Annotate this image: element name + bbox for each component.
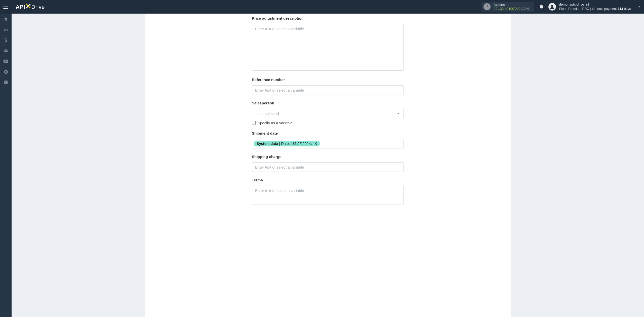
svg-rect-3: [5, 30, 6, 31]
plan-days: 313: [618, 7, 623, 11]
avatar-icon: [548, 3, 556, 11]
plan-name: Premium PRO: [568, 7, 589, 11]
topbar-right: i Actions: 22'132 of 100'000 (22%): [481, 2, 640, 12]
plan-prefix: Plan |: [559, 7, 567, 11]
info-icon: i: [484, 3, 491, 10]
user-text: demo_apix-drive_s3 Plan | Premium PRO | …: [559, 3, 631, 11]
field-salesperson: Salesperson - not selected - Specify as …: [252, 101, 404, 125]
plan-mid: | left until payment: [590, 7, 617, 11]
field-shipment-date: Shipment date System data | Date: «15.07…: [252, 131, 404, 148]
terms-input[interactable]: [252, 186, 404, 205]
variable-separator: |: [279, 142, 280, 146]
shipping-charge-label: Shipping charge: [252, 154, 404, 159]
sidebar-item-account[interactable]: [0, 66, 12, 77]
actions-total: 100'000: [508, 7, 520, 11]
shipment-date-input[interactable]: System data | Date: «15.07.2024» ✕: [252, 139, 404, 148]
brand-part2: Drive: [31, 4, 45, 10]
topbar: API Drive i Actions: 22'132 of 100'000 (…: [0, 0, 644, 14]
brand-logo[interactable]: API Drive: [16, 3, 45, 10]
user-plan: Plan | Premium PRO | left until payment …: [559, 7, 631, 11]
specify-variable-label: Specify as a variable: [258, 121, 292, 125]
remove-tag-button[interactable]: ✕: [314, 142, 317, 146]
terms-label: Terms: [252, 178, 404, 182]
svg-rect-2: [4, 30, 5, 31]
reference-number-label: Reference number: [252, 77, 404, 82]
brand-part1: API: [16, 4, 25, 10]
form-card: Price adjustment description Reference n…: [145, 14, 511, 317]
chevron-down-icon: [396, 112, 400, 115]
variable-value: «15.07.2024»: [290, 142, 313, 146]
variable-label: Date:: [281, 142, 290, 146]
actions-text: Actions: 22'132 of 100'000 (22%): [494, 3, 530, 11]
sidebar-item-home[interactable]: [0, 14, 12, 24]
specify-variable-row: Specify as a variable: [252, 121, 404, 125]
sidebar-item-billing[interactable]: [0, 35, 12, 45]
variable-source: System data: [257, 142, 278, 146]
salesperson-label: Salesperson: [252, 101, 404, 105]
plan-suffix: days: [624, 7, 631, 11]
sidebar-item-video[interactable]: [0, 56, 12, 66]
salesperson-selected-value: - not selected -: [256, 111, 281, 116]
shipment-date-tag: System data | Date: «15.07.2024» ✕: [254, 141, 320, 146]
actions-pct: (22%): [521, 7, 531, 11]
price-adjustment-description-label: Price adjustment description: [252, 16, 404, 20]
menu-toggle-button[interactable]: [3, 5, 8, 9]
chevron-down-icon: [637, 5, 640, 9]
field-terms: Terms: [252, 178, 404, 206]
form-area: Price adjustment description Reference n…: [252, 16, 404, 206]
shipment-date-label: Shipment date: [252, 131, 404, 135]
brand-x-icon: [25, 3, 31, 9]
price-adjustment-description-input[interactable]: [252, 24, 404, 71]
svg-point-0: [551, 5, 553, 7]
shipping-charge-input[interactable]: [252, 162, 404, 172]
actions-used: 22'132: [494, 7, 504, 11]
svg-point-7: [5, 70, 6, 72]
user-name: demo_apix-drive_s3: [559, 3, 631, 7]
field-shipping-charge: Shipping charge: [252, 154, 404, 172]
svg-rect-4: [7, 30, 8, 31]
field-reference-number: Reference number: [252, 77, 404, 95]
actions-usage-box[interactable]: i Actions: 22'132 of 100'000 (22%): [481, 2, 534, 12]
hamburger-wrap: [0, 5, 12, 9]
actions-label: Actions:: [494, 3, 530, 7]
page-scroll[interactable]: Price adjustment description Reference n…: [12, 14, 644, 317]
user-menu-button[interactable]: demo_apix-drive_s3 Plan | Premium PRO | …: [548, 3, 640, 11]
svg-rect-1: [5, 27, 6, 28]
salesperson-select[interactable]: - not selected -: [252, 109, 404, 118]
topbar-left: API Drive: [0, 3, 45, 10]
specify-variable-checkbox[interactable]: [252, 121, 256, 125]
actions-values: 22'132 of 100'000 (22%): [494, 7, 530, 11]
reference-number-input[interactable]: [252, 85, 404, 95]
sidebar-item-briefcase[interactable]: [0, 45, 12, 56]
field-price-adjustment-description: Price adjustment description: [252, 16, 404, 71]
sidebar-item-connections[interactable]: [0, 24, 12, 35]
actions-of: of: [505, 7, 507, 11]
sidebar: [0, 14, 12, 317]
sidebar-item-help[interactable]: [0, 77, 12, 88]
notifications-button[interactable]: [539, 4, 544, 9]
